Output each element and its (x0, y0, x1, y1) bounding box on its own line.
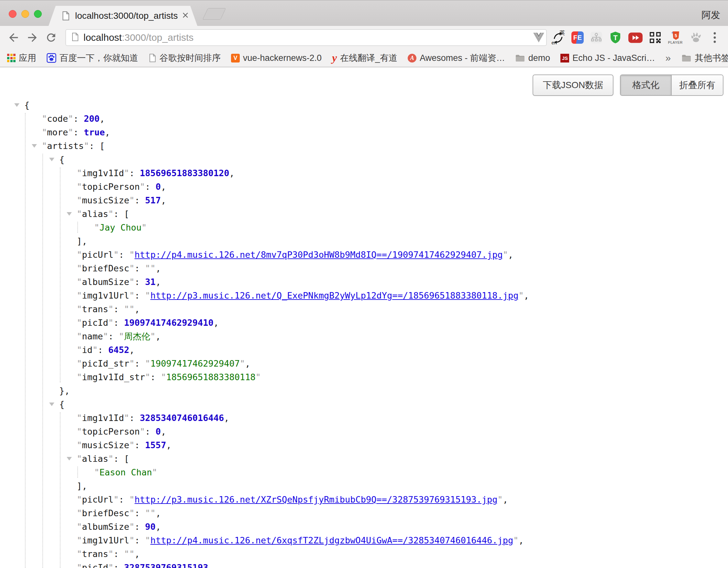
json-line: "img1v1Url": "http://p3.music.126.net/Q_… (0, 289, 728, 303)
collapse-toggle-icon[interactable] (67, 457, 72, 461)
indent-guide (60, 412, 61, 568)
new-tab-button[interactable] (203, 8, 226, 20)
tab-title: localhost:3000/top_artists (75, 11, 178, 21)
json-line: "picId_str": "19097417462929407", (0, 357, 728, 371)
browser-tab[interactable]: localhost:3000/top_artists (49, 6, 197, 26)
window-close-button[interactable] (9, 10, 17, 18)
json-line: "picUrl": "http://p3.music.126.net/XZrSQ… (0, 493, 728, 507)
bookmark-baidu[interactable]: 百度一下，你就知道 (47, 52, 138, 64)
bookmark-awesomes[interactable]: A Awesomes - 前端资… (408, 52, 505, 64)
collapse-toggle-icon[interactable] (67, 212, 72, 216)
browser-window: localhost:3000/top_artists 阿发 localhost:… (0, 0, 728, 568)
json-line: "musicSize": 1557, (0, 439, 728, 452)
json-line: "albumSize": 90, (0, 520, 728, 534)
bookmark-demo[interactable]: demo (515, 53, 550, 63)
json-line: "picId": 3287539769315193, (0, 561, 728, 568)
format-button[interactable]: 格式化 (621, 75, 672, 95)
html5-player-extension-button[interactable]: 5 PLAYER (668, 30, 683, 45)
json-line: "code": 200, (0, 112, 728, 126)
page-icon (71, 32, 79, 43)
folder-icon (682, 54, 691, 62)
vue-orange-icon: V (231, 54, 240, 62)
json-line: "alias": [ (0, 452, 728, 466)
sitemap-extension-button[interactable] (590, 30, 602, 45)
window-minimize-button[interactable] (21, 10, 29, 18)
tampermonkey-extension-button[interactable]: T (609, 30, 622, 45)
url-host: localhost (83, 32, 122, 43)
collapse-toggle-icon[interactable] (32, 144, 37, 148)
bookmarks-overflow-chevron[interactable]: » (665, 52, 671, 63)
page-icon (61, 11, 70, 21)
json-line: { (0, 98, 728, 112)
bookmarks-bar: 应用 百度一下，你就知道 谷歌按时间排序 V vue-hackernews-2.… (0, 49, 728, 67)
fe-extension-button[interactable]: FE (571, 30, 584, 45)
bookmark-apps[interactable]: 应用 (7, 52, 36, 64)
profile-name-label: 阿发 (701, 9, 720, 22)
json-url-link[interactable]: http://p4.music.126.net/8mv7qP30Pd3oHW8b… (135, 250, 503, 260)
json-line: "alias": [ (0, 207, 728, 221)
forward-button[interactable] (25, 30, 39, 45)
json-line: ], (0, 479, 728, 493)
qrcode-extension-button[interactable] (649, 30, 661, 45)
echojs-icon: JS (560, 54, 569, 62)
json-line: { (0, 398, 728, 411)
json-line: "Eason Chan" (0, 466, 728, 479)
view-toggle-group: 格式化 折叠所有 (620, 74, 723, 96)
translate-extension-button[interactable]: 英 en (551, 30, 565, 45)
sitemap-icon (590, 31, 602, 44)
json-line: "musicSize": 517, (0, 194, 728, 207)
svg-text:T: T (613, 34, 618, 42)
indent-guide (77, 467, 78, 478)
bookmark-vue-hackernews[interactable]: V vue-hackernews-2.0 (231, 53, 322, 63)
json-url-link[interactable]: http://p3.music.126.net/XZrSQeNpsfjyRmib… (135, 495, 498, 505)
download-json-button[interactable]: 下载JSON数据 (533, 74, 613, 96)
json-line: ], (0, 234, 728, 248)
video-download-extension-button[interactable] (628, 30, 643, 45)
page-content: 下载JSON数据 格式化 折叠所有 {"code": 200,"more": t… (0, 67, 728, 567)
vue-devtools-extension-button[interactable] (533, 30, 545, 45)
browser-menu-button[interactable] (709, 30, 721, 45)
qr-code-icon (649, 31, 661, 44)
collapse-toggle-icon[interactable] (14, 103, 19, 107)
other-bookmarks-button[interactable]: 其他书签 (682, 52, 728, 64)
bookmark-youdao[interactable]: y 在线翻译_有道 (332, 52, 397, 64)
reload-button[interactable] (44, 30, 58, 45)
tab-close-icon[interactable] (182, 12, 189, 20)
json-line: }, (0, 384, 728, 398)
json-line: "img1v1Url": "http://p4.music.126.net/6x… (0, 534, 728, 547)
translate-icon: 英 en (551, 30, 565, 45)
tab-strip: localhost:3000/top_artists 阿发 (0, 0, 728, 26)
json-line: "briefDesc": "", (0, 262, 728, 275)
html5-icon: 5 (671, 31, 679, 40)
collapse-all-button[interactable]: 折叠所有 (672, 75, 723, 95)
back-button[interactable] (6, 30, 21, 45)
vue-icon (533, 32, 545, 43)
collapse-toggle-icon[interactable] (49, 403, 54, 406)
indent-guide (42, 154, 43, 568)
bookmark-google-sort[interactable]: 谷歌按时间排序 (149, 52, 221, 64)
json-url-link[interactable]: http://p3.music.126.net/Q_ExePNkmgB2yWyL… (150, 291, 519, 301)
collapse-toggle-icon[interactable] (49, 158, 54, 161)
paw-icon (689, 31, 702, 44)
json-line: "img1v1Id_str": "18569651883380118" (0, 371, 728, 384)
window-zoom-button[interactable] (34, 10, 42, 18)
paw-extension-button[interactable] (689, 30, 702, 45)
extensions-row: 英 en FE T (533, 26, 721, 49)
json-body: {"code": 200,"more": true,"artists": [{"… (0, 98, 728, 568)
fe-icon: FE (571, 31, 584, 44)
json-line: "topicPerson": 0, (0, 180, 728, 194)
apps-grid-icon (7, 54, 16, 62)
json-line: "img1v1Id": 3285340746016446, (0, 411, 728, 425)
navigation-toolbar: localhost:3000/top_artists 英 en (0, 26, 728, 49)
address-bar[interactable]: localhost:3000/top_artists (65, 29, 547, 46)
page-icon (149, 53, 156, 62)
json-url-link[interactable]: http://p4.music.126.net/6xqsfT2ZLjdgzbwO… (150, 535, 513, 545)
json-line: "picId": 19097417462929410, (0, 316, 728, 330)
bookmark-echojs[interactable]: JS Echo JS - JavaScri… (560, 53, 655, 63)
window-controls (9, 10, 42, 18)
json-line: "name": "周杰伦", (0, 330, 728, 343)
json-line: "artists": [ (0, 139, 728, 153)
indent-guide (77, 222, 78, 233)
json-viewer: {"code": 200,"more": true,"artists": [{"… (0, 98, 728, 568)
json-line: "id": 6452, (0, 343, 728, 357)
